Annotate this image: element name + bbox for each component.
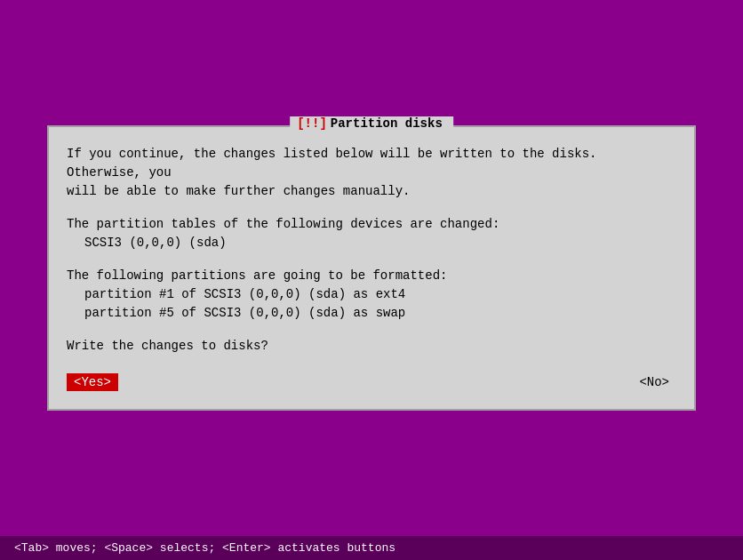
dialog-content: If you continue, the changes listed belo… bbox=[67, 145, 676, 391]
partition-tables-section: The partition tables of the following de… bbox=[67, 215, 676, 252]
section2-item2: partition #5 of SCSI3 (0,0,0) (sda) as s… bbox=[67, 304, 676, 323]
intro-line1: If you continue, the changes listed belo… bbox=[67, 145, 676, 182]
dialog-title-bar: [!!] Partition disks bbox=[290, 116, 453, 131]
section2-item1: partition #1 of SCSI3 (0,0,0) (sda) as e… bbox=[67, 285, 676, 304]
yes-button[interactable]: <Yes> bbox=[67, 373, 118, 391]
status-bar: <Tab> moves; <Space> selects; <Enter> ac… bbox=[0, 536, 743, 560]
button-row: <Yes> <No> bbox=[67, 373, 676, 391]
section1-item1: SCSI3 (0,0,0) (sda) bbox=[67, 234, 676, 252]
status-text: <Tab> moves; <Space> selects; <Enter> ac… bbox=[14, 541, 395, 555]
partitions-format-section: The following partitions are going to be… bbox=[67, 267, 676, 323]
title-brackets: [!!] bbox=[297, 116, 327, 131]
section2-header: The following partitions are going to be… bbox=[67, 267, 676, 285]
section1-header: The partition tables of the following de… bbox=[67, 215, 676, 234]
question-text: Write the changes to disks? bbox=[67, 337, 676, 356]
intro-line2: will be able to make further changes man… bbox=[67, 182, 676, 201]
no-button[interactable]: <No> bbox=[632, 373, 676, 391]
dialog-box: [!!] Partition disks If you continue, th… bbox=[47, 125, 696, 411]
dialog-title-text: Partition disks bbox=[331, 116, 443, 131]
main-area: [!!] Partition disks If you continue, th… bbox=[0, 0, 743, 536]
intro-section: If you continue, the changes listed belo… bbox=[67, 145, 676, 201]
question-section: Write the changes to disks? bbox=[67, 337, 676, 356]
